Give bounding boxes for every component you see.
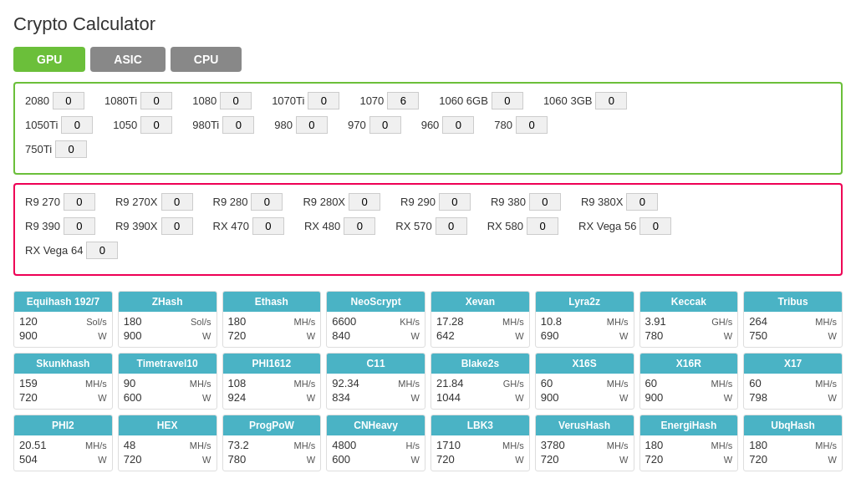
algo-power-val: 690: [541, 329, 559, 342]
gpu-item: R9 280X: [303, 193, 380, 211]
algo-card: ProgPoW 73.2 MH/s 780 W: [222, 415, 322, 471]
gpu-input[interactable]: [252, 217, 284, 235]
gpu-input[interactable]: [387, 92, 419, 109]
tab-bar: GPU ASIC CPU: [13, 47, 843, 72]
gpu-input[interactable]: [64, 193, 95, 211]
algo-name: NeoScrypt: [327, 292, 425, 312]
gpu-label: 780: [494, 119, 512, 131]
algo-hashrate-val: 92.34: [332, 377, 359, 389]
gpu-input[interactable]: [140, 92, 172, 109]
gpu-input[interactable]: [296, 116, 328, 134]
algo-power-val: 720: [541, 453, 559, 466]
algo-power-unit: W: [724, 331, 732, 341]
algo-name: Equihash 192/7: [14, 292, 112, 312]
tab-cpu[interactable]: CPU: [171, 47, 242, 72]
algo-power-unit: W: [202, 331, 211, 341]
algo-hashrate-row: 180 MH/s: [645, 439, 733, 451]
algo-name: PHI1612: [223, 354, 321, 374]
gpu-label: 2080: [25, 94, 49, 107]
algo-body: 21.84 GH/s 1044 W: [431, 374, 529, 409]
gpu-input[interactable]: [220, 92, 252, 109]
algo-power-row: 642 W: [436, 329, 524, 342]
algo-power-unit: W: [202, 393, 211, 403]
gpu-label: 1070: [359, 94, 384, 107]
algo-hashrate-val: 159: [19, 377, 38, 389]
gpu-input[interactable]: [61, 116, 93, 134]
algo-name: Lyra2z: [536, 292, 634, 312]
algo-hashrate-val: 4800: [332, 439, 356, 451]
algo-power-unit: W: [98, 393, 106, 403]
gpu-item: 1050: [113, 116, 172, 134]
gpu-item: 1070: [359, 92, 419, 109]
algo-power-unit: W: [98, 455, 106, 465]
gpu-input[interactable]: [527, 217, 558, 235]
algo-name: EnergiHash: [640, 415, 738, 435]
gpu-input[interactable]: [53, 92, 84, 109]
algo-hashrate-row: 20.51 MH/s: [19, 439, 107, 451]
gpu-input[interactable]: [64, 217, 95, 235]
algo-hashrate-unit: H/s: [406, 440, 420, 451]
gpu-input[interactable]: [516, 116, 548, 134]
gpu-input[interactable]: [222, 116, 254, 134]
algo-card: Equihash 192/7 120 Sol/s 900 W: [13, 291, 113, 348]
gpu-input[interactable]: [140, 116, 172, 134]
algo-body: 159 MH/s 720 W: [14, 374, 112, 409]
gpu-input[interactable]: [344, 217, 375, 235]
algo-power-val: 900: [19, 329, 38, 342]
gpu-input[interactable]: [436, 217, 467, 235]
algo-power-row: 924 W: [228, 391, 316, 404]
algo-card: LBK3 1710 MH/s 720 W: [431, 415, 530, 471]
gpu-input[interactable]: [161, 217, 193, 235]
gpu-input[interactable]: [349, 193, 380, 211]
gpu-item: 780: [494, 116, 548, 134]
algo-body: 264 MH/s 750 W: [744, 312, 842, 347]
gpu-label: R9 270X: [115, 196, 158, 208]
algo-name: ProgPoW: [223, 415, 321, 435]
algo-hashrate-val: 180: [645, 439, 664, 451]
gpu-item: 980Ti: [192, 116, 254, 134]
algo-body: 180 MH/s 720 W: [744, 435, 842, 471]
gpu-input[interactable]: [639, 217, 671, 235]
algo-hashrate-unit: MH/s: [502, 440, 524, 451]
gpu-input[interactable]: [55, 140, 87, 158]
gpu-item: RX Vega 56: [578, 217, 671, 235]
algo-power-row: 1044 W: [436, 391, 524, 404]
algo-power-row: 798 W: [749, 391, 837, 404]
algo-power-row: 840 W: [332, 329, 420, 342]
algo-body: 180 Sol/s 900 W: [119, 312, 217, 347]
gpu-input[interactable]: [595, 92, 627, 109]
algo-power-unit: W: [619, 455, 628, 465]
gpu-label: 750Ti: [25, 143, 52, 155]
algo-power-unit: W: [307, 393, 315, 403]
gpu-item: RX Vega 64: [25, 242, 118, 259]
algo-power-unit: W: [411, 331, 420, 341]
algo-hashrate-unit: MH/s: [190, 379, 211, 389]
gpu-input[interactable]: [439, 193, 471, 211]
algo-name: X17: [744, 354, 842, 374]
gpu-label: 980: [274, 119, 293, 131]
gpu-input[interactable]: [369, 116, 401, 134]
gpu-input[interactable]: [626, 193, 658, 211]
gpu-item: 1060 3GB: [543, 92, 628, 109]
gpu-input[interactable]: [529, 193, 561, 211]
gpu-input[interactable]: [251, 193, 283, 211]
algo-hashrate-unit: MH/s: [85, 379, 107, 389]
gpu-input[interactable]: [161, 193, 193, 211]
gpu-input[interactable]: [86, 242, 118, 259]
gpu-label: 980Ti: [192, 119, 219, 131]
algo-body: 120 Sol/s 900 W: [14, 312, 112, 347]
tab-gpu[interactable]: GPU: [13, 47, 85, 72]
algo-power-unit: W: [619, 331, 628, 341]
algo-card: Tribus 264 MH/s 750 W: [743, 291, 843, 348]
algo-name: CNHeavy: [327, 415, 425, 435]
algo-hashrate-val: 108: [228, 377, 247, 389]
algo-hashrate-row: 180 Sol/s: [124, 315, 211, 328]
gpu-input[interactable]: [442, 116, 474, 134]
tab-asic[interactable]: ASIC: [90, 47, 165, 72]
gpu-label: 970: [348, 119, 366, 131]
gpu-item: R9 380X: [581, 193, 659, 211]
algo-hashrate-unit: GH/s: [503, 379, 524, 389]
gpu-input[interactable]: [308, 92, 339, 109]
algo-hashrate-unit: Sol/s: [191, 317, 211, 327]
gpu-input[interactable]: [492, 92, 523, 109]
